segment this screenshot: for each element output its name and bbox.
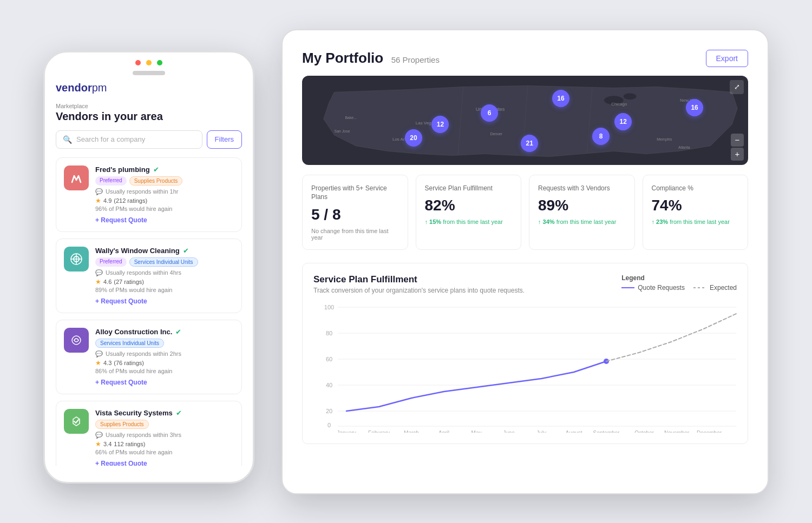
chart-section: Service Plan Fulfillment Track conversio…	[302, 263, 748, 444]
map-zoom-in[interactable]: +	[731, 148, 744, 161]
map-pin[interactable]: 16	[686, 99, 703, 116]
request-quote-button[interactable]: + Request Quote	[95, 460, 234, 466]
phone-notch	[133, 71, 165, 75]
stat-card-value: 89%	[538, 197, 626, 214]
phone-dot-yellow	[146, 60, 152, 65]
map-pin[interactable]: 8	[592, 128, 610, 145]
vendor-card-top: Vista Security Systems ✔ Supplies Produc…	[64, 409, 234, 466]
map-pin[interactable]: 6	[481, 104, 498, 122]
map-expand-button[interactable]: ⤢	[730, 80, 744, 94]
chat-icon: 💬	[95, 269, 103, 276]
legend-solid-line	[621, 287, 634, 288]
vendor-hire: 89% of PMs would hire again	[95, 287, 234, 293]
vendor-response: 💬 Usually responds within 2hrs	[95, 350, 234, 358]
svg-text:Feburary: Feburary	[368, 430, 390, 433]
chart-svg: 100 80 60 40 20 0	[313, 303, 737, 433]
vendors-title: Vendors in your area	[56, 110, 242, 123]
vendor-card-top: Alloy Construction Inc. ✔ Services Indiv…	[64, 328, 234, 386]
verified-icon: ✔	[175, 328, 181, 336]
phone-logo: vendorpm	[56, 82, 242, 94]
star-icon: ★	[95, 278, 101, 286]
tag-supplies: Supplies Products	[95, 420, 149, 429]
stat-suffix: from this time last year	[670, 219, 730, 225]
vendor-rating: ★ 4.9 (212 ratings)	[95, 197, 234, 204]
svg-text:0: 0	[328, 422, 331, 428]
tag-services: Services Individual Units	[129, 257, 198, 267]
verified-icon: ✔	[176, 409, 182, 417]
stat-pct: 23%	[656, 219, 668, 225]
search-input[interactable]: Search for a company	[76, 135, 145, 143]
tag-row: Services Individual Units	[95, 339, 234, 348]
legend-solid-label: Quote Requests	[638, 284, 685, 292]
map-container: United States Las Vegas Los Angeles Chic…	[302, 76, 748, 165]
stat-card-value: 82%	[425, 197, 513, 214]
vendor-hire: 96% of PMs would hire again	[95, 206, 234, 212]
tag-row: Preferred Supplies Products	[95, 176, 234, 186]
vendor-card-freds-plumbing: Fred's plumbing ✔ Preferred Supplies Pro…	[56, 157, 242, 232]
map-pin[interactable]: 21	[521, 135, 538, 152]
vendor-name-row: Wally's Window Cleaning ✔	[95, 247, 234, 255]
export-button[interactable]: Export	[706, 50, 748, 67]
svg-point-1	[624, 93, 637, 100]
search-box[interactable]: 🔍 Search for a company	[56, 130, 202, 149]
vendor-avatar-icon	[69, 170, 84, 186]
vendor-name-row: Alloy Construction Inc. ✔	[95, 328, 234, 336]
map-zoom-out[interactable]: −	[731, 134, 744, 147]
star-icon: ★	[95, 440, 101, 448]
vendor-info: Alloy Construction Inc. ✔ Services Indiv…	[95, 328, 234, 386]
svg-text:July: July	[536, 430, 546, 433]
chart-subtitle: Track conversion of your organization's …	[313, 287, 525, 294]
scene: My Portfolio 56 Properties Export	[27, 18, 785, 505]
star-icon: ★	[95, 197, 101, 204]
svg-text:Denver: Denver	[490, 131, 502, 135]
stat-card-value: 5 / 8	[311, 206, 399, 223]
portfolio-title: My Portfolio	[302, 50, 383, 66]
legend-dashed-line	[693, 287, 706, 288]
vendor-rating: ★ 4.6 (27 ratings)	[95, 278, 234, 286]
vendor-card-vista: Vista Security Systems ✔ Supplies Produc…	[56, 401, 242, 466]
vendor-response: 💬 Usually responds within 4hrs	[95, 269, 234, 276]
stat-card-title: Requests with 3 Vendors	[538, 184, 626, 193]
legend-dashed-item: Expected	[693, 284, 737, 292]
tag-row: Supplies Products	[95, 420, 234, 429]
verified-icon: ✔	[153, 165, 159, 174]
vendor-response: 💬 Usually responds within 1hr	[95, 188, 234, 195]
tag-supplies: Supplies Products	[129, 176, 183, 186]
vendor-avatar-icon	[69, 251, 84, 267]
request-quote-button[interactable]: + Request Quote	[95, 216, 234, 224]
legend-dashed-label: Expected	[710, 284, 737, 292]
svg-text:100: 100	[324, 304, 334, 310]
chart-title-group: Service Plan Fulfillment Track conversio…	[313, 274, 525, 294]
chart-legend-group: Legend Quote Requests Expected	[621, 274, 737, 292]
svg-text:September: September	[593, 430, 620, 433]
stat-card-requests: Requests with 3 Vendors 89% ↑ 34% from t…	[529, 175, 635, 250]
vendor-name: Wally's Window Cleaning	[95, 247, 180, 255]
stat-card-title: Compliance %	[652, 184, 739, 193]
chart-area: 100 80 60 40 20 0	[313, 303, 737, 433]
vendor-response: 💬 Usually responds within 3hrs	[95, 432, 234, 439]
filters-button[interactable]: Filters	[207, 130, 242, 149]
map-pin[interactable]: 16	[552, 90, 569, 107]
svg-text:May: May	[472, 430, 482, 433]
vendor-name: Fred's plumbing	[95, 165, 150, 174]
request-quote-button[interactable]: + Request Quote	[95, 379, 234, 386]
vendor-info: Wally's Window Cleaning ✔ Preferred Serv…	[95, 247, 234, 305]
phone-dot-green	[157, 60, 162, 65]
stat-suffix: from this time last year	[556, 219, 617, 225]
map-pin[interactable]: 12	[431, 116, 449, 133]
phone-top-bar	[45, 52, 253, 69]
marketplace-label: Marketplace	[56, 103, 242, 109]
stat-card-change: No change from this time last year	[311, 228, 399, 241]
stat-card-change: ↑ 34% from this time last year	[538, 219, 626, 225]
map-pin[interactable]: 12	[614, 113, 632, 130]
request-quote-button[interactable]: + Request Quote	[95, 297, 234, 305]
vendor-avatar	[64, 409, 89, 434]
stat-card-fulfillment: Service Plan Fulfillment 82% ↑ 15% from …	[416, 175, 522, 250]
map-pin[interactable]: 20	[405, 129, 422, 147]
chart-header: Service Plan Fulfillment Track conversio…	[313, 274, 737, 294]
verified-icon: ✔	[183, 247, 189, 255]
phone-device: vendorpm Marketplace Vendors in your are…	[43, 51, 254, 484]
svg-text:December: December	[697, 430, 722, 433]
stat-card-value: 74%	[652, 197, 739, 214]
svg-text:August: August	[565, 430, 582, 433]
